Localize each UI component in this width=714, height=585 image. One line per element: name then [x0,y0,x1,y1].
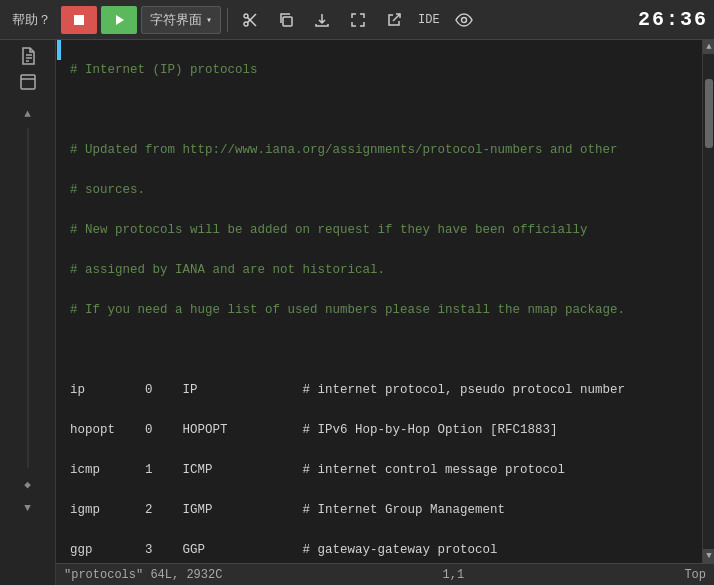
copy-button[interactable] [270,6,302,34]
doc-icon-2[interactable] [14,70,42,94]
timer-display: 26:36 [638,8,708,31]
code-line-9: ip 0 IP # internet protocol, pseudo prot… [70,380,694,400]
help-button[interactable]: 帮助？ [6,9,57,31]
code-line-10: hopopt 0 HOPOPT # IPv6 Hop-by-Hop Option… [70,420,694,440]
svg-point-8 [461,17,466,22]
copy-icon [278,12,294,28]
ide-label: IDE [418,13,440,27]
scissors-button[interactable] [234,6,266,34]
external-button[interactable] [378,6,410,34]
expand-button[interactable] [342,6,374,34]
editor-scroll[interactable]: # Internet (IP) protocols # Updated from… [56,40,714,563]
code-line-12: igmp 2 IGMP # Internet Group Management [70,500,694,520]
code-line-3: # Updated from http://www.iana.org/assig… [70,140,694,160]
code-line-7: # If you need a huge list of used number… [70,300,694,320]
code-line-2 [70,100,694,120]
scroll-up-left[interactable]: ▲ [14,102,42,126]
scroll-up-arrow[interactable]: ▲ [703,40,714,54]
doc-icon-1[interactable] [14,44,42,68]
dropdown-arrow-icon: ▾ [206,14,212,26]
main-area: ▲ ◆ ▼ # Internet (IP) protocols # Update… [0,40,714,585]
stop-button[interactable] [61,6,97,34]
scroll-mid-left[interactable]: ◆ [14,472,42,496]
char-interface-label: 字符界面 [150,11,202,29]
play-icon [112,13,126,27]
svg-line-7 [393,14,400,21]
editor-container: # Internet (IP) protocols # Updated from… [56,40,714,585]
code-line-11: icmp 1 ICMP # internet control message p… [70,460,694,480]
eye-button[interactable] [448,6,480,34]
code-editor[interactable]: # Internet (IP) protocols # Updated from… [62,40,702,563]
play-button[interactable] [101,6,137,34]
code-line-1: # Internet (IP) protocols [70,60,694,80]
download-icon [314,12,330,28]
scissors-icon [242,12,258,28]
code-line-4: # sources. [70,180,694,200]
code-line-6: # assigned by IANA and are not historica… [70,260,694,280]
vertical-scrollbar[interactable]: ▲ ▼ [702,40,714,563]
scroll-position: Top [684,568,706,582]
eye-icon [455,12,473,28]
svg-rect-12 [21,75,35,89]
download-button[interactable] [306,6,338,34]
status-bar: "protocols" 64L, 2932C 1,1 Top [56,563,714,585]
file-info: "protocols" 64L, 2932C [64,568,222,582]
code-line-5: # New protocols will be added on request… [70,220,694,240]
cursor-position: 1,1 [443,568,465,582]
left-panel: ▲ ◆ ▼ [0,40,56,585]
char-interface-dropdown[interactable]: 字符界面 ▾ [141,6,221,34]
scrollbar-thumb[interactable] [705,79,713,148]
separator-1 [227,8,228,32]
svg-rect-0 [74,15,84,25]
toolbar: 帮助？ 字符界面 ▾ [0,0,714,40]
scroll-down-arrow[interactable]: ▼ [703,549,714,563]
scrollbar-track[interactable] [703,54,714,549]
code-line-13: ggp 3 GGP # gateway-gateway protocol [70,540,694,560]
ide-button[interactable]: IDE [414,6,444,34]
svg-point-3 [244,22,248,26]
external-link-icon [386,12,402,28]
code-line-8 [70,340,694,360]
svg-point-2 [244,14,248,18]
scroll-down-left[interactable]: ▼ [14,496,42,520]
svg-marker-1 [116,15,124,25]
expand-icon [350,12,366,28]
svg-rect-6 [283,17,292,26]
stop-icon [72,13,86,27]
